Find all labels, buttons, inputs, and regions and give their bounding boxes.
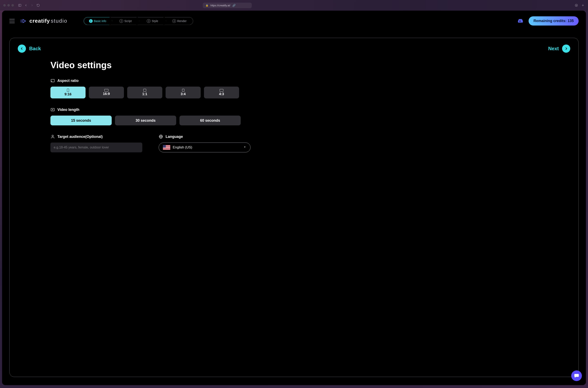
aspect-option-label: 3:4	[181, 92, 186, 96]
nav-back-icon[interactable]	[24, 3, 28, 7]
ratio-glyph-icon	[67, 89, 69, 92]
settings-card: Back Next Video settings Aspect ratio	[9, 38, 579, 377]
step-basic-info[interactable]: 1Basic info	[84, 17, 112, 25]
video-length-icon	[50, 107, 55, 112]
back-button[interactable]: Back	[18, 45, 41, 53]
sidebar-toggle-icon[interactable]	[18, 3, 22, 7]
aspect-option-label: 1:1	[142, 92, 147, 96]
chat-launcher-button[interactable]	[571, 370, 582, 381]
svg-rect-0	[19, 4, 21, 6]
logo-mark-icon	[21, 18, 27, 24]
step-script[interactable]: 2Script	[111, 17, 139, 25]
aspect-option-1-1[interactable]: 1:1	[127, 87, 162, 98]
aspect-ratio-label: Aspect ratio	[50, 78, 251, 83]
svg-rect-10	[51, 79, 54, 82]
chevron-right-icon	[562, 45, 570, 53]
new-tab-icon[interactable]	[581, 3, 585, 7]
chat-icon	[574, 373, 579, 378]
page-title: Video settings	[50, 60, 570, 70]
topbar: creatifystudio 1Basic info2Script3Style4…	[9, 16, 579, 25]
logo[interactable]: creatifystudio	[21, 18, 67, 24]
target-audience-label: Target audience(Optional)	[50, 134, 142, 139]
progress-stepper: 1Basic info2Script3Style4Render	[84, 17, 193, 25]
length-option-15-seconds[interactable]: 15 seconds	[50, 116, 112, 125]
svg-marker-9	[23, 19, 26, 23]
person-icon	[50, 134, 55, 139]
url-text: https://creatify.ai/	[211, 4, 230, 7]
svg-marker-18	[244, 147, 246, 147]
hamburger-menu-icon[interactable]	[9, 19, 15, 23]
browser-toolbar: 🔒 https://creatify.ai/ 🔗	[0, 0, 588, 11]
length-option-label: 15 seconds	[71, 119, 91, 123]
ratio-glyph-icon	[143, 89, 146, 92]
address-bar[interactable]: 🔒 https://creatify.ai/ 🔗	[203, 3, 252, 8]
aspect-option-9-16[interactable]: 9:16	[50, 87, 86, 98]
close-window-icon[interactable]	[3, 4, 6, 6]
step-style[interactable]: 3Style	[138, 17, 166, 25]
length-option-label: 60 seconds	[200, 119, 220, 123]
aspect-option-16-9[interactable]: 16:9	[89, 87, 124, 98]
aspect-option-label: 9:16	[65, 92, 71, 97]
logo-text: creatifystudio	[29, 18, 67, 24]
chevron-left-icon	[18, 45, 26, 53]
chevron-down-icon	[243, 146, 246, 149]
aspect-ratio-icon	[50, 78, 55, 83]
aspect-option-label: 16:9	[103, 92, 110, 96]
step-number: 4	[172, 19, 176, 23]
downloads-icon[interactable]	[575, 3, 578, 7]
next-button[interactable]: Next	[548, 45, 570, 53]
app-frame: creatifystudio 1Basic info2Script3Style4…	[2, 11, 586, 385]
nav-forward-icon[interactable]	[30, 3, 34, 7]
svg-point-11	[52, 81, 52, 81]
link-icon: 🔗	[232, 4, 235, 7]
video-length-options: 15 seconds30 seconds60 seconds	[50, 116, 251, 125]
flag-us-icon	[163, 145, 170, 150]
globe-icon	[159, 134, 163, 139]
language-label: Language	[159, 134, 251, 139]
ratio-glyph-icon	[220, 89, 223, 92]
language-selected: English (US)	[173, 146, 192, 149]
step-number: 3	[147, 19, 150, 23]
minimize-window-icon[interactable]	[7, 4, 10, 6]
svg-point-14	[52, 135, 53, 137]
maximize-window-icon[interactable]	[11, 4, 14, 6]
reload-icon[interactable]	[36, 3, 40, 7]
discord-icon[interactable]	[516, 18, 524, 24]
svg-marker-13	[52, 109, 53, 110]
length-option-60-seconds[interactable]: 60 seconds	[179, 116, 241, 125]
step-number: 2	[119, 19, 123, 23]
step-render[interactable]: 4Render	[165, 17, 193, 25]
aspect-option-label: 4:3	[219, 92, 224, 96]
step-label: Style	[152, 19, 158, 23]
length-option-label: 30 seconds	[136, 119, 156, 123]
lock-icon: 🔒	[206, 4, 209, 7]
aspect-ratio-options: 9:1616:91:13:44:3	[50, 87, 251, 98]
target-audience-input[interactable]	[50, 143, 142, 152]
credits-pill[interactable]: Remaining credits: 135	[529, 16, 579, 25]
ratio-glyph-icon	[104, 89, 108, 92]
next-label: Next	[548, 46, 559, 51]
aspect-option-4-3[interactable]: 4:3	[204, 87, 239, 98]
window-controls	[3, 4, 14, 6]
back-label: Back	[29, 46, 41, 51]
length-option-30-seconds[interactable]: 30 seconds	[115, 116, 176, 125]
step-label: Render	[177, 19, 187, 23]
video-length-label: Video length	[50, 107, 251, 112]
ratio-glyph-icon	[182, 89, 184, 92]
credits-label: Remaining credits: 135	[534, 19, 574, 23]
step-label: Script	[124, 19, 132, 23]
step-number: 1	[89, 19, 93, 23]
language-select[interactable]: English (US)	[159, 143, 251, 152]
aspect-option-3-4[interactable]: 3:4	[165, 87, 201, 98]
step-label: Basic info	[94, 19, 106, 23]
